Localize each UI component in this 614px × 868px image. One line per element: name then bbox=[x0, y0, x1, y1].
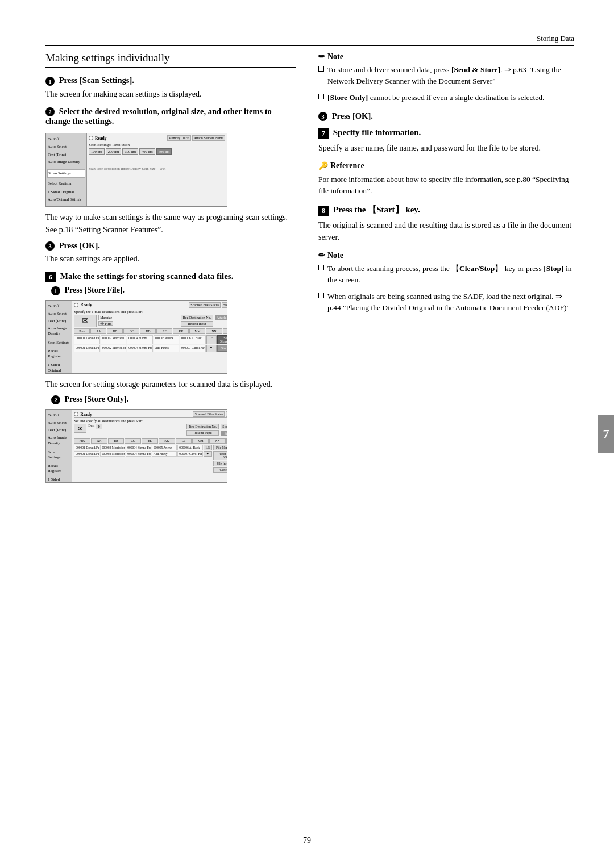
step-6-sub1-body: The screen for setting storage parameter… bbox=[45, 378, 296, 391]
right-column: ✏ Note To store and deliver scanned data… bbox=[318, 52, 574, 490]
mockup-sidebar-3: On/Off Auto Select Text (Print) Auto Ima… bbox=[46, 410, 72, 482]
mockup-main-1: Ready Memory 100% Attach Senders Name Sc… bbox=[87, 133, 227, 206]
step-8-square: 8 bbox=[318, 206, 329, 216]
step-7-heading: 7 Specify file information. bbox=[318, 128, 574, 139]
step-6-sub2-label: 2 Press [Store Only]. bbox=[51, 395, 296, 404]
note-2-item-2: When originals are being scanned using t… bbox=[318, 291, 574, 314]
step-6-sub1-label: 1 Press [Store File]. bbox=[51, 286, 296, 295]
step-3-first: 3 Press [OK]. The scan settings are appl… bbox=[45, 241, 296, 265]
note-1-item-1: To store and deliver scanned data, press… bbox=[318, 64, 574, 87]
step-8-body: The original is scanned and the resultin… bbox=[318, 219, 574, 244]
note-2-title: ✏ Note bbox=[318, 251, 574, 260]
screen-mockup-3: On/Off Auto Select Text (Print) Auto Ima… bbox=[45, 409, 227, 483]
note-1-text-1: To store and deliver scanned data, press… bbox=[327, 64, 574, 87]
checkbox-3 bbox=[318, 265, 324, 270]
checkbox-1 bbox=[318, 66, 324, 72]
step-2-text: Select the desired resolution, original … bbox=[45, 107, 272, 126]
step-7-text: Specify file information. bbox=[333, 128, 421, 137]
step-6: 6 Make the settings for storing scanned … bbox=[45, 272, 296, 483]
mockup-main-3: Ready Scanned Files Status Store File Se… bbox=[72, 410, 227, 482]
page-footer: 79 bbox=[0, 836, 614, 845]
step-3-second: 3 Press [OK]. bbox=[318, 111, 574, 122]
step-6-sub1-circle: 1 bbox=[51, 286, 60, 295]
note-box-1: ✏ Note To store and deliver scanned data… bbox=[318, 52, 574, 103]
reference-box: 🔑 Reference For more information about h… bbox=[318, 161, 574, 197]
step-3-first-body: The scan settings are applied. bbox=[45, 253, 296, 265]
step-2-label: 2 Select the desired resolution, origina… bbox=[45, 107, 296, 127]
reference-text: For more information about how to specif… bbox=[318, 174, 574, 197]
reference-title: 🔑 Reference bbox=[318, 161, 574, 171]
page-header: Storing Data bbox=[45, 34, 574, 46]
step-3-second-circle: 3 bbox=[318, 112, 327, 121]
mockup-sidebar-1: On/Off Auto Select Text (Print) Auto Ima… bbox=[46, 133, 87, 206]
step-6-sub2-circle: 2 bbox=[51, 395, 60, 404]
step-3-first-desc: The scan settings are applied. bbox=[45, 253, 296, 265]
chapter-tab: 7 bbox=[598, 415, 614, 453]
step-6-sub2: 2 Press [Store Only]. bbox=[51, 395, 296, 404]
step-1-circle: 1 bbox=[45, 77, 55, 86]
note-2-text-2: When originals are being scanned using t… bbox=[327, 291, 574, 314]
step-7-body: Specify a user name, file name, and pass… bbox=[318, 142, 574, 155]
page-number: 79 bbox=[303, 836, 311, 845]
section-heading: Making settings individually bbox=[45, 52, 296, 68]
mockup-main-2: Ready Scanned Files Status Store File Sp… bbox=[72, 301, 227, 373]
step-7-square: 7 bbox=[318, 128, 329, 139]
checkbox-4 bbox=[318, 293, 324, 298]
checkbox-2 bbox=[318, 94, 324, 99]
step-1-body: The screen for making scan settings is d… bbox=[45, 88, 296, 100]
note-icon-2: ✏ bbox=[318, 251, 325, 260]
step-1-desc: The screen for making scan settings is d… bbox=[45, 88, 296, 100]
step-2-circle: 2 bbox=[45, 107, 55, 116]
note-2-text-1: To abort the scanning process, press the… bbox=[327, 263, 574, 286]
note-box-2: ✏ Note To abort the scanning process, pr… bbox=[318, 251, 574, 314]
step-3-first-label: 3 Press [OK]. bbox=[45, 241, 296, 251]
step-1: 1 Press [Scan Settings]. The screen for … bbox=[45, 76, 296, 100]
step-6-text: Make the settings for storing scanned da… bbox=[60, 272, 234, 281]
step-8-heading: 8 Press the 【Start】 key. bbox=[318, 205, 574, 216]
page-container: Storing Data Making settings individuall… bbox=[0, 0, 614, 868]
screen-mockup-2: On/Off Auto Select Text (Print) Auto Ima… bbox=[45, 300, 227, 374]
note-1-text-2: [Store Only] cannot be pressed if even a… bbox=[327, 92, 574, 103]
step-6-sub2-text: Press [Store Only]. bbox=[65, 395, 129, 403]
step-6-square: 6 bbox=[45, 272, 56, 282]
step-7: 7 Specify file information. Specify a us… bbox=[318, 128, 574, 154]
step-6-sub1-text: Press [Store File]. bbox=[65, 286, 125, 294]
reference-icon: 🔑 bbox=[318, 161, 328, 171]
screen-mockup-1: On/Off Auto Select Text (Print) Auto Ima… bbox=[45, 133, 227, 207]
note-2-item-1: To abort the scanning process, press the… bbox=[318, 263, 574, 286]
step-3-second-text: Press [OK]. bbox=[332, 111, 373, 120]
step-3-first-circle: 3 bbox=[45, 241, 55, 251]
step-2: 2 Select the desired resolution, origina… bbox=[45, 107, 296, 127]
step-6-sub1: 1 Press [Store File]. bbox=[51, 286, 296, 295]
mockup-sidebar-2: On/Off Auto Select Text (Print) Auto Ima… bbox=[46, 301, 72, 373]
step-8-text: Press the 【Start】 key. bbox=[333, 205, 420, 214]
step-2-body: The way to make scan settings is the sam… bbox=[45, 211, 296, 236]
note-icon-1: ✏ bbox=[318, 52, 325, 61]
step-6-heading: 6 Make the settings for storing scanned … bbox=[45, 272, 296, 282]
left-column: Making settings individually 1 Press [Sc… bbox=[45, 52, 296, 490]
step-8: 8 Press the 【Start】 key. The original is… bbox=[318, 205, 574, 244]
step-3-first-text: Press [OK]. bbox=[59, 241, 100, 250]
note-1-title: ✏ Note bbox=[318, 52, 574, 61]
step-1-label: 1 Press [Scan Settings]. bbox=[45, 76, 296, 86]
note-1-item-2: [Store Only] cannot be pressed if even a… bbox=[318, 92, 574, 103]
header-title: Storing Data bbox=[537, 34, 574, 43]
content-wrapper: Making settings individually 1 Press [Sc… bbox=[45, 52, 574, 490]
step-3-second-label: 3 Press [OK]. bbox=[318, 111, 574, 122]
step-1-text: Press [Scan Settings]. bbox=[59, 76, 134, 85]
